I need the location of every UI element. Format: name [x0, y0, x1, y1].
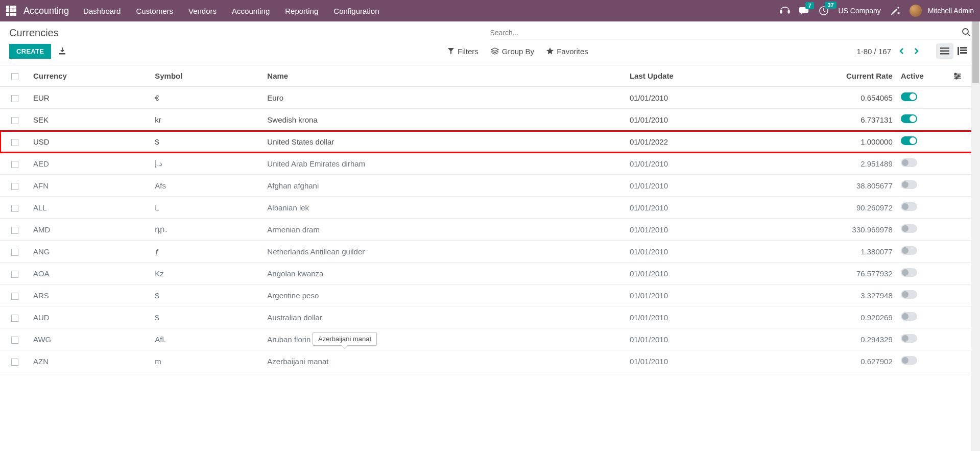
cell-name: United States dollar [263, 131, 626, 153]
cell-symbol: د.إ [151, 153, 263, 175]
svg-rect-0 [780, 10, 782, 13]
activities-icon[interactable]: 37 [819, 6, 829, 16]
table-row[interactable]: ANGƒNetherlands Antillean guilder01/01/2… [0, 241, 980, 263]
favorites-button[interactable]: Favorites [546, 47, 588, 56]
active-toggle[interactable] [901, 92, 917, 101]
table-row[interactable]: AUD$Australian dollar01/01/20100.920269 [0, 306, 980, 328]
search-icon[interactable] [962, 28, 971, 37]
row-checkbox[interactable] [11, 95, 18, 102]
currencies-table: Currency Symbol Name Last Update Current… [0, 65, 980, 372]
cell-symbol: $ [151, 131, 263, 153]
list-view-icon[interactable] [936, 43, 953, 59]
cell-symbol: Afs [151, 175, 263, 197]
row-checkbox[interactable] [11, 315, 18, 322]
activities-badge: 37 [825, 2, 836, 9]
menu-reporting[interactable]: Reporting [285, 7, 318, 15]
active-toggle[interactable] [901, 202, 917, 211]
row-checkbox[interactable] [11, 337, 18, 344]
kanban-view-icon[interactable] [953, 43, 971, 59]
table-row[interactable]: AOAKzAngolan kwanza01/01/201076.577932 [0, 263, 980, 284]
active-toggle[interactable] [901, 334, 917, 343]
column-header-currency[interactable]: Currency [29, 65, 151, 87]
table-row[interactable]: EUR€Euro01/01/20100.654065 [0, 87, 980, 109]
column-header-symbol[interactable]: Symbol [151, 65, 263, 87]
row-checkbox[interactable] [11, 205, 18, 212]
row-checkbox[interactable] [11, 161, 18, 168]
cell-symbol: դր. [151, 219, 263, 241]
cell-currency: USD [29, 131, 151, 153]
table-row[interactable]: AZNmAzerbaijani manat01/01/20100.627902 [0, 350, 980, 372]
row-checkbox[interactable] [11, 359, 18, 366]
import-icon[interactable] [58, 47, 66, 55]
cell-last-update: 01/01/2010 [626, 263, 824, 284]
optional-columns-icon[interactable] [953, 73, 969, 80]
menu-customers[interactable]: Customers [136, 7, 173, 15]
menu-vendors[interactable]: Vendors [188, 7, 217, 15]
table-row[interactable]: ALLLAlbanian lek01/01/201090.260972 [0, 197, 980, 219]
table-row[interactable]: AMDդր.Armenian dram01/01/2010330.969978 [0, 219, 980, 241]
active-toggle[interactable] [901, 290, 917, 299]
table-row[interactable]: AWGAfl.Aruban florin01/01/20100.294329 [0, 328, 980, 350]
column-header-current-rate[interactable]: Current Rate [824, 65, 896, 87]
cell-currency: ALL [29, 197, 151, 219]
groupby-button[interactable]: Group By [491, 47, 534, 56]
cell-last-update: 01/01/2010 [626, 328, 824, 350]
avatar [910, 5, 922, 17]
apps-icon[interactable] [6, 6, 16, 16]
svg-rect-7 [940, 53, 949, 55]
column-header-active[interactable]: Active [897, 65, 950, 87]
column-header-name[interactable]: Name [263, 65, 626, 87]
cell-currency: AMD [29, 219, 151, 241]
cell-name: United Arab Emirates dirham [263, 153, 626, 175]
table-row[interactable]: USD$United States dollar01/01/20221.0000… [0, 131, 980, 153]
menu-configuration[interactable]: Configuration [333, 7, 379, 15]
active-toggle[interactable] [901, 268, 917, 277]
groupby-label: Group By [502, 47, 534, 56]
pager-text[interactable]: 1-80 / 167 [856, 47, 891, 56]
svg-rect-11 [960, 52, 967, 54]
create-button[interactable]: CREATE [9, 44, 51, 59]
row-checkbox[interactable] [11, 227, 18, 234]
column-header-last-update[interactable]: Last Update [626, 65, 824, 87]
active-toggle[interactable] [901, 114, 917, 123]
row-checkbox[interactable] [11, 293, 18, 300]
row-checkbox[interactable] [11, 249, 18, 256]
menu-accounting[interactable]: Accounting [232, 7, 270, 15]
cell-name: Albanian lek [263, 197, 626, 219]
cell-rate: 0.294329 [824, 328, 896, 350]
active-toggle[interactable] [901, 356, 917, 365]
user-menu[interactable]: Mitchell Admin [910, 5, 974, 17]
row-checkbox[interactable] [11, 139, 18, 146]
active-toggle[interactable] [901, 224, 917, 233]
cell-last-update: 01/01/2010 [626, 87, 824, 109]
filters-label: Filters [458, 47, 479, 56]
cell-name: Swedish krona [263, 109, 626, 131]
row-checkbox[interactable] [11, 183, 18, 190]
company-switcher[interactable]: US Company [838, 7, 880, 15]
active-toggle[interactable] [901, 312, 917, 321]
active-toggle[interactable] [901, 246, 917, 255]
table-row[interactable]: ARS$Argentine peso01/01/20103.327948 [0, 284, 980, 306]
row-checkbox[interactable] [11, 117, 18, 124]
messages-icon[interactable]: 7 [799, 6, 809, 15]
table-row[interactable]: SEKkrSwedish krona01/01/20106.737131 [0, 109, 980, 131]
active-toggle[interactable] [901, 180, 917, 189]
pager-next-icon[interactable] [913, 48, 920, 55]
active-toggle[interactable] [901, 158, 917, 167]
select-all-checkbox[interactable] [11, 73, 18, 80]
table-row[interactable]: AFNAfsAfghan afghani01/01/201038.805677 [0, 175, 980, 197]
menu-dashboard[interactable]: Dashboard [83, 7, 121, 15]
cell-last-update: 01/01/2010 [626, 109, 824, 131]
search-input[interactable] [490, 29, 971, 37]
row-checkbox[interactable] [11, 271, 18, 278]
support-icon[interactable] [780, 6, 790, 15]
scrollbar[interactable] [971, 21, 980, 372]
search-bar[interactable] [490, 27, 971, 39]
filters-button[interactable]: Filters [447, 47, 479, 56]
pager-prev-icon[interactable] [898, 48, 905, 55]
scrollbar-thumb[interactable] [972, 21, 979, 83]
active-toggle[interactable] [901, 136, 917, 145]
app-brand[interactable]: Accounting [23, 6, 69, 16]
table-row[interactable]: AEDد.إUnited Arab Emirates dirham01/01/2… [0, 153, 980, 175]
debug-icon[interactable] [890, 6, 900, 16]
